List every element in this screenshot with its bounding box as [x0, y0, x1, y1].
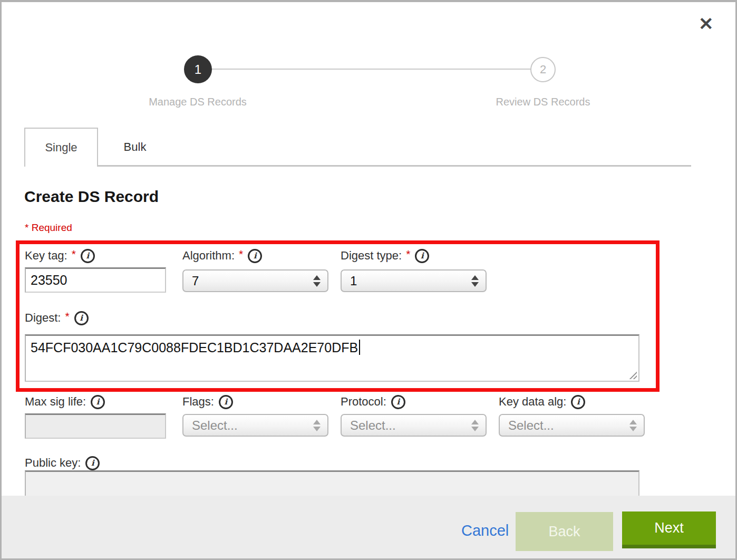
flags-label: Flags: — [182, 395, 214, 409]
digest-type-select[interactable]: 1 — [341, 269, 487, 292]
digest-type-select-value: 1 — [350, 274, 357, 288]
info-icon[interactable]: i — [85, 456, 100, 470]
info-icon-glyph: i — [86, 252, 90, 260]
max-sig-life-input[interactable] — [25, 413, 166, 439]
required-asterisk: * — [65, 310, 69, 323]
tab-bulk[interactable]: Bulk — [98, 128, 172, 167]
info-icon[interactable]: i — [91, 395, 105, 409]
protocol-select-value: Select... — [350, 418, 396, 433]
cancel-button[interactable]: Cancel — [461, 522, 509, 539]
public-key-label: Public key: — [25, 456, 81, 470]
public-key-label-row: Public key: i — [25, 455, 100, 471]
key-data-alg-select-value: Select... — [508, 418, 554, 433]
info-icon-glyph: i — [254, 252, 257, 260]
protocol-select[interactable]: Select... — [341, 414, 487, 437]
info-icon[interactable]: i — [391, 395, 405, 409]
digest-textarea[interactable]: 54FCF030AA1C79C0088FDEC1BD1C37DAA2E70DFB — [25, 334, 639, 382]
key-data-alg-select[interactable]: Select... — [499, 414, 645, 437]
algorithm-select-value: 7 — [192, 274, 199, 288]
footer-bar: Cancel Back Next — [2, 496, 735, 558]
info-icon[interactable]: i — [248, 249, 262, 263]
info-icon[interactable]: i — [415, 249, 429, 263]
next-button[interactable]: Next — [622, 511, 716, 548]
required-asterisk: * — [239, 248, 243, 260]
info-icon[interactable]: i — [571, 395, 585, 409]
digest-type-label: Digest type: — [341, 249, 402, 263]
key-data-alg-label: Key data alg: — [499, 395, 566, 409]
resize-grip-icon[interactable] — [628, 371, 637, 379]
protocol-label: Protocol: — [341, 395, 386, 409]
info-icon[interactable]: i — [81, 249, 95, 263]
back-button[interactable]: Back — [516, 512, 613, 551]
info-icon-glyph: i — [91, 459, 94, 467]
step-connector-line — [210, 69, 532, 70]
protocol-label-row: Protocol: i — [341, 394, 405, 410]
step-2-label: Review DS Records — [459, 96, 627, 108]
flags-label-row: Flags: i — [182, 394, 233, 410]
select-arrows-icon — [313, 275, 321, 287]
key-tag-label-row: Key tag: * i — [25, 248, 95, 264]
tab-single[interactable]: Single — [24, 128, 98, 167]
required-note: * Required — [25, 222, 72, 234]
max-sig-life-label-row: Max sig life: i — [25, 394, 105, 410]
info-icon-glyph: i — [396, 398, 400, 406]
select-arrows-icon — [629, 420, 637, 431]
info-icon[interactable]: i — [74, 311, 89, 325]
key-tag-input[interactable] — [25, 267, 166, 293]
info-icon-glyph: i — [421, 252, 424, 260]
public-key-textarea[interactable] — [25, 470, 639, 496]
select-arrows-icon — [471, 420, 479, 431]
key-tag-label: Key tag: — [25, 249, 67, 263]
select-arrows-icon — [313, 420, 321, 431]
digest-value: 54FCF030AA1C79C0088FDEC1BD1C37DAA2E70DFB — [31, 340, 358, 355]
text-cursor — [359, 340, 360, 355]
key-data-alg-label-row: Key data alg: i — [499, 394, 585, 410]
algorithm-label-row: Algorithm: * i — [182, 248, 262, 264]
step-1-indicator: 1 — [184, 55, 212, 83]
tab-baseline — [98, 165, 691, 167]
algorithm-label: Algorithm: — [182, 249, 235, 263]
select-arrows-icon — [471, 275, 479, 287]
required-asterisk: * — [406, 248, 410, 260]
step-1-label: Manage DS Records — [113, 96, 282, 108]
create-ds-record-modal: ✕ 1 2 Manage DS Records Review DS Record… — [0, 0, 737, 560]
max-sig-life-label: Max sig life: — [25, 395, 86, 409]
algorithm-select[interactable]: 7 — [182, 269, 328, 292]
flags-select-value: Select... — [192, 418, 238, 433]
required-asterisk: * — [72, 248, 76, 260]
digest-label-row: Digest: * i — [25, 310, 89, 326]
close-icon[interactable]: ✕ — [699, 15, 714, 33]
digest-type-label-row: Digest type: * i — [341, 248, 429, 264]
page-title: Create DS Record — [24, 188, 159, 206]
info-icon-glyph: i — [225, 398, 228, 406]
info-icon-glyph: i — [80, 314, 83, 322]
digest-label: Digest: — [25, 311, 61, 325]
info-icon[interactable]: i — [219, 395, 233, 409]
info-icon-glyph: i — [96, 398, 100, 406]
info-icon-glyph: i — [577, 398, 580, 406]
flags-select[interactable]: Select... — [182, 414, 328, 437]
step-2-indicator: 2 — [530, 57, 556, 82]
